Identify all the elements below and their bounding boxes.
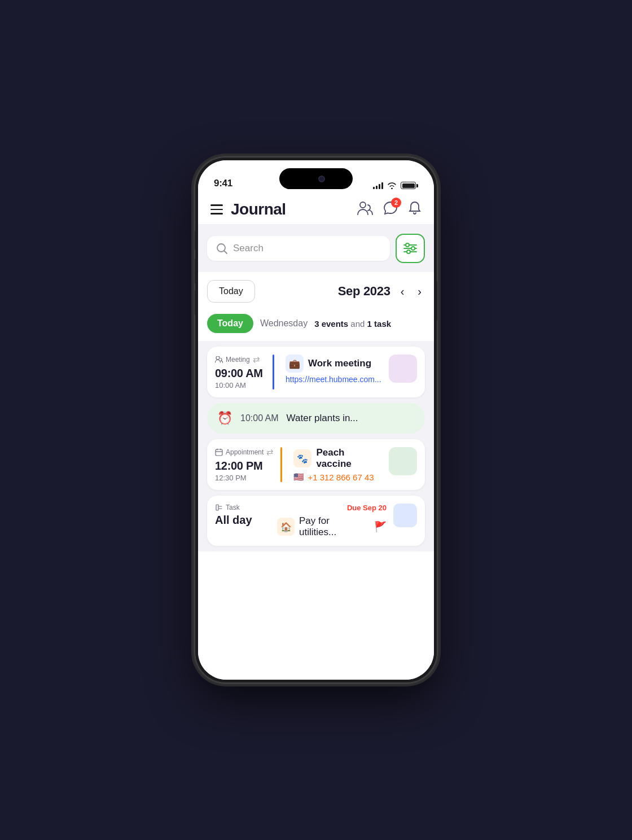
event-divider-orange	[280, 447, 282, 482]
event-link[interactable]: https://meet.hubmee.com...	[286, 375, 382, 384]
task-day: All day	[215, 514, 266, 527]
task-count: 1 task	[367, 319, 392, 329]
task-thumb	[393, 504, 417, 527]
today-pill[interactable]: Today	[207, 314, 253, 333]
task-label: Task	[226, 504, 240, 511]
people-icon-btn[interactable]	[357, 201, 373, 218]
month-nav: Sep 2023 ‹ ›	[261, 284, 425, 299]
event-thumb-meeting	[389, 355, 417, 383]
alarm-icon: ⏰	[217, 411, 232, 426]
due-label: Due Sep 20	[347, 504, 387, 512]
and-text: and	[350, 319, 365, 329]
event-time-end: 10:00 AM	[215, 381, 266, 390]
bell-icon	[408, 201, 422, 216]
day-header: Today Wednesday 3 events and 1 task	[198, 310, 434, 341]
task-card-utilities[interactable]: Task All day Due Sep 20 🏠 Pay for utilit…	[207, 496, 425, 546]
calendar-header: Today Sep 2023 ‹ ›	[198, 272, 434, 310]
meeting-label: Meeting	[226, 356, 250, 364]
app-title: Journal	[231, 200, 286, 218]
hamburger-menu[interactable]	[210, 204, 223, 215]
task-icon-home: 🏠	[277, 518, 295, 536]
event-phone[interactable]: 🇺🇸 +1 312 866 67 43	[293, 472, 382, 482]
signal-bar-4	[381, 182, 383, 189]
meeting-type-icon	[215, 356, 223, 363]
dynamic-island	[279, 168, 353, 189]
hamburger-line-3	[210, 213, 223, 215]
svg-rect-7	[216, 449, 222, 456]
appt-time-start: 12:00 PM	[215, 460, 274, 473]
event-card-meeting[interactable]: Meeting ⇄ 09:00 AM 10:00 AM 💼 Work meeti…	[207, 347, 425, 397]
events-list: Meeting ⇄ 09:00 AM 10:00 AM 💼 Work meeti…	[198, 341, 434, 552]
month-title: Sep 2023	[338, 284, 390, 299]
status-time: 9:41	[214, 178, 232, 189]
event-detail-appt: 🐾 Peach vaccine 🇺🇸 +1 312 866 67 43	[289, 447, 382, 482]
app-header: Journal 2	[198, 194, 434, 225]
phone-screen: 9:41	[198, 160, 434, 680]
signal-bar-3	[379, 184, 380, 189]
calendar-type-icon	[215, 448, 223, 456]
search-placeholder: Search	[233, 243, 381, 254]
appointment-label: Appointment	[226, 448, 264, 456]
silent-button[interactable]	[195, 230, 195, 250]
filter-button[interactable]	[396, 234, 425, 263]
bell-icon-btn[interactable]	[408, 201, 422, 218]
chat-badge: 2	[391, 198, 401, 208]
hamburger-line-2	[210, 209, 223, 211]
svg-point-6	[407, 250, 410, 253]
prev-month-button[interactable]: ‹	[397, 284, 408, 299]
events-summary: 3 events and 1 task	[314, 319, 391, 329]
event-thumb-appt	[389, 447, 417, 475]
signal-bar-2	[376, 186, 378, 189]
appt-title-row: 🐾 Peach vaccine	[293, 447, 382, 470]
phone-number: +1 312 866 67 43	[308, 473, 374, 482]
chat-icon-btn[interactable]: 2	[383, 201, 398, 218]
wifi-icon	[387, 182, 397, 189]
event-time-start: 09:00 AM	[215, 367, 266, 380]
header-left: Journal	[210, 200, 286, 218]
task-row-water[interactable]: ⏰ 10:00 AM Water plants in...	[207, 403, 425, 434]
svg-point-5	[411, 247, 415, 250]
svg-rect-8	[216, 505, 218, 510]
today-button[interactable]: Today	[207, 280, 255, 303]
task-detail-row: Due Sep 20	[277, 504, 387, 512]
header-icons: 2	[357, 201, 422, 218]
search-section: Search	[198, 225, 434, 272]
task-left: Task All day	[215, 504, 266, 527]
battery-icon	[401, 182, 418, 189]
repeat-icon-appt: ⇄	[266, 447, 274, 457]
appointment-time-col: Appointment ⇄ 12:00 PM 12:30 PM	[215, 447, 274, 482]
next-month-button[interactable]: ›	[414, 284, 425, 299]
repeat-icon: ⇄	[253, 355, 260, 365]
app-content: Journal 2	[198, 194, 434, 680]
volume-up-button[interactable]	[195, 259, 195, 284]
people-icon	[357, 201, 373, 216]
event-icon-briefcase: 💼	[286, 355, 304, 373]
events-count: 3 events	[314, 319, 348, 329]
search-bar[interactable]: Search	[207, 236, 390, 261]
status-icons	[373, 182, 418, 189]
task-name: Pay for utilities...	[299, 515, 367, 538]
hamburger-line-1	[210, 204, 223, 206]
task-detail: Due Sep 20 🏠 Pay for utilities... 🚩	[273, 504, 387, 538]
event-icon-paw: 🐾	[293, 449, 311, 467]
event-time-col: Meeting ⇄ 09:00 AM 10:00 AM	[215, 355, 266, 390]
task-type-icon	[215, 504, 223, 511]
phone-frame: 9:41	[195, 157, 437, 683]
event-title: Work meeting	[308, 358, 371, 369]
appt-title: Peach vaccine	[316, 447, 382, 470]
event-type-meeting: Meeting ⇄	[215, 355, 266, 365]
task-title-row: 🏠 Pay for utilities... 🚩	[277, 515, 387, 538]
filter-icon	[403, 242, 418, 255]
task-title-water: Water plants in...	[287, 413, 415, 424]
day-name: Wednesday	[260, 318, 308, 329]
svg-point-4	[406, 243, 409, 247]
event-card-appointment[interactable]: Appointment ⇄ 12:00 PM 12:30 PM 🐾 Peach …	[207, 439, 425, 490]
task-type-label: Task	[215, 504, 266, 511]
camera-dot	[318, 176, 325, 182]
power-button[interactable]	[437, 281, 437, 321]
volume-down-button[interactable]	[195, 290, 195, 315]
event-title-row: 💼 Work meeting	[286, 355, 382, 373]
task-flag-icon: 🚩	[374, 520, 387, 533]
signal-icon	[373, 182, 383, 189]
event-type-appointment: Appointment ⇄	[215, 447, 274, 457]
